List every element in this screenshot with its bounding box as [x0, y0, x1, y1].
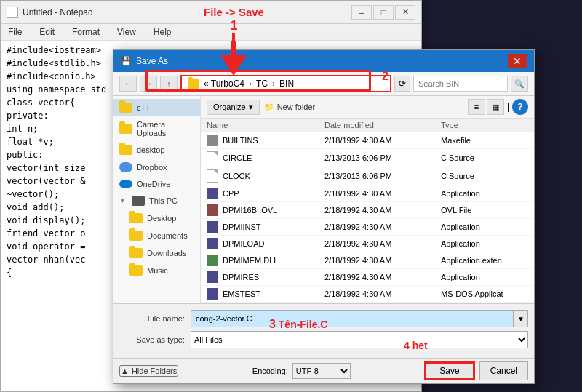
sidebar-item-desktop-folder[interactable]: desktop — [113, 141, 200, 159]
file-name: CPP — [223, 189, 239, 198]
table-row[interactable]: DPMIINST 2/18/1992 4:30 AM Application — [201, 219, 534, 236]
table-row[interactable]: BUILTINS 2/18/1992 4:30 AM Makefile — [201, 132, 534, 149]
path-part-3: BIN — [279, 79, 294, 89]
maximize-button[interactable]: □ — [373, 5, 394, 20]
file-name: CLOCK — [223, 172, 250, 180]
sidebar-label: Desktop — [147, 214, 176, 223]
file-date: 2/18/1992 4:30 AM — [324, 256, 441, 265]
annotation-3-num: 3 — [269, 318, 276, 330]
file-date: 2/18/1992 4:30 AM — [324, 273, 441, 281]
view-details-button[interactable]: ▦ — [487, 99, 504, 115]
file-name: CIRCLE — [223, 153, 252, 162]
folder-icon — [119, 145, 132, 155]
new-folder-button[interactable]: 📁 New folder — [264, 103, 316, 112]
sidebar-item-downloads[interactable]: Downloads — [113, 244, 200, 262]
filename-dropdown[interactable]: ▼ — [514, 310, 528, 327]
dialog-close-button[interactable]: ✕ — [508, 54, 527, 68]
file-date: 2/18/1992 4:30 AM — [324, 223, 441, 231]
filename-input[interactable] — [191, 310, 514, 327]
table-row[interactable]: DPMI16BI.OVL 2/18/1992 4:30 AM OVL File — [201, 202, 534, 219]
sidebar-item-music[interactable]: Music — [113, 262, 200, 279]
col-date[interactable]: Date modified — [324, 121, 441, 129]
sidebar-item-cpp[interactable]: c++ — [113, 99, 200, 116]
menu-view[interactable]: View — [113, 25, 140, 39]
help-button[interactable]: ? — [512, 99, 528, 115]
menu-help[interactable]: Help — [149, 25, 176, 39]
dark-panel — [535, 0, 582, 392]
sidebar-item-thispc[interactable]: ▼ This PC — [113, 192, 200, 209]
table-row[interactable]: CPP 2/18/1992 4:30 AM Application — [201, 185, 534, 202]
file-type: Application — [441, 239, 528, 248]
path-folder-icon — [188, 79, 199, 89]
folder-icon — [129, 213, 143, 223]
savetype-select[interactable]: All Files — [191, 331, 528, 348]
sidebar-item-documents[interactable]: Documents — [113, 227, 200, 244]
path-separator-2: › — [272, 79, 275, 89]
table-row[interactable]: DPMIRES 2/18/1992 4:30 AM Application — [201, 269, 534, 286]
table-row[interactable]: CIRCLE 2/13/2013 6:06 PM C Source — [201, 149, 534, 167]
sidebar-item-desktop[interactable]: Desktop — [113, 209, 200, 227]
file-date: 2/13/2013 6:06 PM — [324, 153, 441, 162]
notepad-title-left: Untitled - Notepad — [7, 7, 93, 18]
up-button[interactable]: ↑ — [160, 76, 178, 92]
close-button[interactable]: ✕ — [395, 5, 415, 20]
file-icon-app — [207, 188, 218, 199]
savetype-row: Save as type: All Files — [119, 331, 528, 348]
file-name-cell: BUILTINS — [207, 135, 324, 146]
cancel-button[interactable]: Cancel — [479, 361, 528, 380]
sidebar-label: OneDrive — [137, 180, 170, 188]
file-type: Application — [441, 273, 528, 281]
annotation-4: 4 het — [404, 340, 428, 351]
menu-file[interactable]: File — [4, 25, 26, 39]
table-row[interactable]: CLOCK 2/13/2013 6:06 PM C Source — [201, 167, 534, 185]
minimize-button[interactable]: – — [351, 5, 372, 20]
folder-icon — [119, 103, 132, 113]
search-input[interactable] — [413, 76, 508, 92]
dialog-titlebar: 💾 Save As ✕ — [113, 50, 534, 72]
folder-icon — [129, 265, 143, 276]
path-separator-1: › — [249, 79, 252, 89]
encoding-select[interactable]: UTF-8 — [292, 363, 351, 379]
sidebar-label: c++ — [137, 103, 150, 112]
view-separator: | — [507, 102, 509, 112]
col-name[interactable]: Name — [207, 121, 324, 129]
file-icon-app — [207, 238, 218, 249]
sidebar-item-camera[interactable]: Camera Uploads — [113, 116, 200, 141]
path-bar[interactable]: « TurboC4 › TC › BIN — [180, 75, 391, 92]
col-type[interactable]: Type — [441, 121, 528, 129]
save-as-dialog: 💾 Save As ✕ ← → ↑ « TurboC4 › TC › BIN ⟳… — [113, 49, 535, 384]
notepad-win-buttons: – □ ✕ — [351, 5, 415, 20]
file-name: BUILTINS — [223, 136, 258, 145]
refresh-button[interactable]: ⟳ — [394, 76, 410, 92]
view-list-button[interactable]: ≡ — [468, 99, 485, 115]
file-type: MS-DOS Applicat — [441, 289, 528, 298]
annotation-4-label: 4 het — [404, 340, 428, 351]
dialog-body: c++ Camera Uploads desktop Dropbox OneDr… — [113, 96, 534, 303]
table-row[interactable]: EMSTEST 2/18/1992 4:30 AM MS-DOS Applica… — [201, 286, 534, 303]
hide-folders-button[interactable]: ▲ Hide Folders — [119, 365, 178, 377]
back-button[interactable]: ← — [119, 76, 137, 92]
pc-icon — [132, 196, 145, 206]
annotation-1-num: 1 — [204, 18, 264, 33]
sidebar-label: Downloads — [147, 249, 186, 257]
sidebar-item-onedrive[interactable]: OneDrive — [113, 176, 200, 192]
savetype-wrapper: All Files — [191, 331, 528, 348]
menu-format[interactable]: Format — [68, 25, 104, 39]
file-name: DPMILOAD — [223, 239, 264, 248]
menu-edit[interactable]: Edit — [35, 25, 59, 39]
search-button[interactable]: 🔍 — [511, 76, 528, 92]
table-row[interactable]: DPMIMEM.DLL 2/18/1992 4:30 AM Applicatio… — [201, 252, 534, 269]
file-name-cell: DPMIRES — [207, 271, 324, 283]
file-icon-doc — [207, 169, 218, 183]
dialog-title: Save As — [136, 56, 168, 66]
sidebar-item-dropbox[interactable]: Dropbox — [113, 159, 200, 176]
file-type: OVL File — [441, 206, 528, 215]
table-row[interactable]: DPMILOAD 2/18/1992 4:30 AM Application — [201, 236, 534, 252]
save-button[interactable]: Save — [424, 361, 474, 380]
forward-button[interactable]: → — [140, 76, 157, 92]
organize-button[interactable]: Organize ▾ — [207, 100, 260, 115]
file-list-header: Name Date modified Type — [201, 119, 534, 132]
sidebar-label: This PC — [149, 196, 178, 205]
file-name: DPMI16BI.OVL — [223, 206, 277, 215]
path-part-2: TC — [256, 79, 268, 89]
